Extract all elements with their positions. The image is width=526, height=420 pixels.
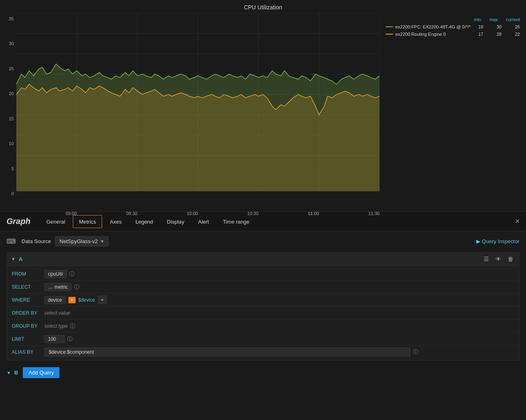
tab-general[interactable]: General bbox=[40, 215, 71, 228]
query-b-toggle[interactable]: ▼ bbox=[7, 370, 11, 375]
chart-title: CPU Utilization bbox=[0, 4, 526, 11]
from-measurement[interactable]: cpuUtil bbox=[44, 270, 67, 278]
query-b-letter: B bbox=[14, 370, 18, 376]
where-operator[interactable]: = bbox=[68, 297, 76, 303]
orderby-content: select value bbox=[44, 310, 514, 316]
query-row-orderby: ORDER BY select value bbox=[7, 307, 519, 320]
orderby-placeholder[interactable]: select value bbox=[44, 310, 70, 316]
alias-input[interactable] bbox=[44, 348, 410, 357]
select-dots: … bbox=[48, 284, 53, 290]
groupby-content: select type ⓘ bbox=[44, 322, 514, 330]
close-button[interactable]: × bbox=[515, 217, 519, 226]
legend-area: min max current ex2200:FPC: EX2200-48T-4… bbox=[380, 13, 526, 208]
legend-label-0: ex2200:FPC: EX2200-48T-4G @ 0/*/* bbox=[395, 24, 473, 29]
datasource-value: NetSpyGlass-v2 bbox=[59, 238, 98, 244]
limit-input[interactable] bbox=[44, 335, 65, 343]
legend-min-header: min bbox=[474, 17, 481, 22]
query-actions-a: ☰ 👁 🗑 bbox=[482, 255, 515, 263]
chart-area: 09:00 09:30 10:00 10:30 11:00 11:30 bbox=[16, 13, 380, 208]
from-label: FROM bbox=[12, 271, 44, 277]
query-eye-btn[interactable]: 👁 bbox=[494, 255, 503, 263]
alias-help-icon[interactable]: ⓘ bbox=[413, 348, 418, 356]
tab-axes[interactable]: Axes bbox=[104, 215, 128, 228]
bottom-panel: Graph General Metrics Axes Legend Displa… bbox=[0, 211, 526, 386]
groupby-help-icon[interactable]: ⓘ bbox=[70, 322, 75, 330]
query-row-limit: LIMIT ⓘ bbox=[7, 333, 519, 346]
datasource-arrow: ▼ bbox=[100, 239, 104, 244]
legend-current-header: current bbox=[506, 17, 520, 22]
where-content: device = $device + bbox=[44, 296, 514, 304]
legend-row-0: ex2200:FPC: EX2200-48T-4G @ 0/*/* 19 30 … bbox=[386, 24, 520, 29]
add-query-button[interactable]: Add Query bbox=[23, 367, 59, 378]
legend-values-1: 17 28 22 bbox=[473, 32, 520, 37]
graph-panel-label: Graph bbox=[7, 217, 31, 226]
legend-header: min max current bbox=[386, 17, 520, 22]
where-value[interactable]: $device bbox=[78, 297, 95, 303]
alias-content: ⓘ bbox=[44, 348, 514, 357]
limit-content: ⓘ bbox=[44, 335, 514, 343]
legend-max-0: 30 bbox=[491, 24, 502, 29]
query-row-groupby: GROUP BY select type ⓘ bbox=[7, 320, 519, 333]
select-metric-pill[interactable]: … metric bbox=[44, 283, 72, 291]
query-row-from: FROM cpuUtil ⓘ bbox=[7, 268, 519, 281]
datasource-label: Data Source bbox=[22, 238, 51, 244]
select-content: … metric ⓘ bbox=[44, 283, 514, 291]
query-b-row: ▼ B Add Query bbox=[7, 364, 519, 381]
where-add-button[interactable]: + bbox=[98, 296, 107, 304]
legend-values-0: 19 30 26 bbox=[473, 24, 520, 29]
select-field: metric bbox=[55, 284, 68, 290]
query-row-select: SELECT … metric ⓘ bbox=[7, 281, 519, 294]
legend-row-1: ex2200:Routing Engine 0 17 28 22 bbox=[386, 32, 520, 37]
legend-label-1: ex2200:Routing Engine 0 bbox=[395, 32, 473, 37]
query-list-btn[interactable]: ☰ bbox=[482, 255, 491, 263]
select-label: SELECT bbox=[12, 284, 44, 290]
query-trash-btn[interactable]: 🗑 bbox=[506, 255, 515, 263]
legend-max-header: max bbox=[489, 17, 498, 22]
query-row-where: WHERE device = $device + bbox=[7, 294, 519, 307]
tab-legend[interactable]: Legend bbox=[129, 215, 159, 228]
query-header-a: ▼ A ☰ 👁 🗑 bbox=[7, 252, 519, 266]
select-help-icon[interactable]: ⓘ bbox=[74, 283, 79, 291]
legend-min-0: 19 bbox=[473, 24, 483, 29]
tab-time-range[interactable]: Time range bbox=[217, 215, 255, 228]
alias-label: ALIAS BY bbox=[12, 349, 44, 355]
datasource-select[interactable]: NetSpyGlass-v2 ▼ bbox=[55, 236, 109, 246]
query-block-a: ▼ A ☰ 👁 🗑 FROM cpuUtil ⓘ bbox=[7, 252, 519, 361]
where-label: WHERE bbox=[12, 297, 44, 303]
legend-color-1 bbox=[386, 34, 393, 35]
database-icon: ⌨ bbox=[7, 237, 16, 245]
from-help-icon[interactable]: ⓘ bbox=[69, 270, 74, 278]
query-toggle-a[interactable]: ▼ bbox=[11, 257, 15, 261]
query-letter-a: A bbox=[19, 256, 22, 262]
query-inspector-label: Query Inspector bbox=[482, 238, 520, 244]
query-rows-a: FROM cpuUtil ⓘ SELECT … metric ⓘ bbox=[7, 266, 519, 360]
where-key[interactable]: device bbox=[44, 296, 66, 304]
query-row-alias: ALIAS BY ⓘ bbox=[7, 346, 519, 359]
orderby-label: ORDER BY bbox=[12, 310, 44, 316]
query-inspector-button[interactable]: ▶ Query Inspector bbox=[476, 238, 520, 244]
groupby-placeholder[interactable]: select type bbox=[44, 323, 68, 329]
legend-color-0 bbox=[386, 26, 393, 27]
legend-current-1: 22 bbox=[510, 32, 520, 37]
legend-current-0: 26 bbox=[510, 24, 520, 29]
tab-metrics[interactable]: Metrics bbox=[73, 215, 102, 228]
groupby-label: GROUP BY bbox=[12, 323, 44, 329]
query-inspector-arrow: ▶ bbox=[476, 238, 480, 244]
legend-max-1: 28 bbox=[491, 32, 502, 37]
from-content: cpuUtil ⓘ bbox=[44, 270, 514, 278]
datasource-row: ⌨ Data Source NetSpyGlass-v2 ▼ ▶ Query I… bbox=[7, 236, 519, 246]
limit-label: LIMIT bbox=[12, 336, 44, 342]
limit-help-icon[interactable]: ⓘ bbox=[67, 335, 72, 343]
tab-display[interactable]: Display bbox=[161, 215, 190, 228]
metrics-panel: ⌨ Data Source NetSpyGlass-v2 ▼ ▶ Query I… bbox=[0, 231, 526, 386]
graph-container: CPU Utilization 35 30 25 20 15 10 5 0 bbox=[0, 0, 526, 211]
legend-min-1: 17 bbox=[473, 32, 483, 37]
y-axis: 35 30 25 20 15 10 5 0 bbox=[0, 13, 16, 208]
x-axis: 09:00 09:30 10:00 10:30 11:00 11:30 bbox=[16, 209, 380, 216]
tab-alert[interactable]: Alert bbox=[192, 215, 215, 228]
